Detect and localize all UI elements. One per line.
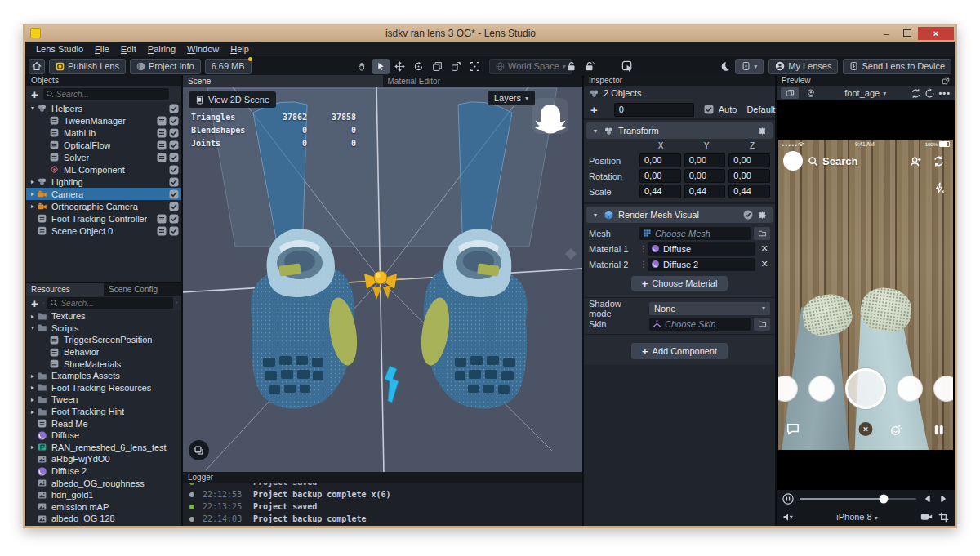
step-forward-icon[interactable]: [938, 494, 949, 504]
tree-item-albedo-og-128[interactable]: albedo_OG 128: [26, 513, 181, 525]
transform-section-header[interactable]: ▾ Transform: [586, 122, 773, 139]
enabled-checkbox[interactable]: [169, 128, 179, 138]
add-resource-button[interactable]: +: [29, 297, 40, 309]
tree-item-foot-tracking-resources[interactable]: ▸Foot Tracking Resources: [26, 382, 181, 394]
rotate-tool-button[interactable]: [410, 59, 427, 74]
transform-tool-button[interactable]: [448, 59, 465, 74]
tree-item-hdri-gold1[interactable]: hdri_gold1: [26, 489, 181, 501]
lens-carousel-item[interactable]: [808, 376, 835, 402]
resources-search-input[interactable]: [47, 297, 173, 309]
chevron-down-icon[interactable]: ▾: [29, 324, 37, 331]
drag-handle-icon[interactable]: ⋮: [639, 260, 644, 269]
tree-item-foot-tracking-hint[interactable]: ▸Foot Tracking Hint: [26, 406, 181, 418]
enabled-checkbox[interactable]: [169, 153, 179, 162]
scan-smile-icon[interactable]: [889, 423, 902, 437]
enabled-checkbox[interactable]: [169, 165, 179, 175]
tree-item-mathlib[interactable]: MathLib: [26, 127, 181, 139]
step-back-icon[interactable]: [922, 494, 933, 504]
drag-handle-icon[interactable]: ⋮: [639, 244, 644, 253]
enabled-checkbox[interactable]: [169, 189, 179, 199]
reset-preview-icon[interactable]: [924, 88, 935, 99]
tab-resources[interactable]: Resources: [26, 283, 104, 296]
gear-icon[interactable]: [757, 210, 768, 220]
shutter-button[interactable]: [845, 368, 886, 409]
send-to-device-button[interactable]: Send Lens to Device: [843, 59, 951, 74]
minimize-button[interactable]: –: [875, 27, 897, 39]
tree-item-diffuse-2[interactable]: Diffuse 2: [26, 465, 181, 478]
record-video-icon[interactable]: [920, 512, 933, 522]
scale-x-input[interactable]: 0,44: [639, 185, 681, 198]
lens-selector-dropdown[interactable]: foot_age ▾: [844, 88, 886, 98]
skin-browse-button[interactable]: [754, 318, 770, 331]
skin-field[interactable]: Choose Skin: [649, 318, 751, 331]
chevron-right-icon[interactable]: ▸: [29, 372, 37, 380]
rotation-x-input[interactable]: 0,00: [639, 169, 681, 183]
scale-y-input[interactable]: 0,44: [684, 185, 726, 198]
tree-item-helpers[interactable]: ▾Helpers: [26, 102, 181, 114]
viewport-2d-toggle-button[interactable]: [189, 440, 209, 460]
menu-item-lens-studio[interactable]: Lens Studio: [30, 44, 89, 54]
tree-item-triggerscreenposition[interactable]: TriggerScreenPosition: [26, 334, 181, 346]
tree-item-foot-tracking-controller[interactable]: Foot Tracking Controller: [26, 212, 181, 225]
chevron-down-icon[interactable]: ▾: [29, 105, 37, 112]
rotation-y-input[interactable]: 0,00: [684, 169, 726, 183]
popout-icon[interactable]: [942, 77, 950, 85]
profile-avatar[interactable]: [783, 151, 803, 171]
tree-item-albedo-og-roughness[interactable]: albedo_OG_roughness: [26, 477, 181, 489]
tree-item-emission-map[interactable]: emission mAP: [26, 501, 181, 514]
flip-camera-icon[interactable]: [933, 155, 945, 167]
render-mesh-visual-header[interactable]: ▾ Render Mesh Visual: [586, 207, 773, 223]
shadow-mode-dropdown[interactable]: None ▾: [649, 302, 770, 315]
enabled-checkbox[interactable]: [169, 177, 179, 187]
project-info-button[interactable]: Project Info: [130, 59, 201, 74]
frame-tool-button[interactable]: [466, 59, 483, 74]
mute-icon[interactable]: [782, 512, 794, 523]
tab-scene-config[interactable]: Scene Config: [104, 283, 181, 296]
add-friend-icon[interactable]: [909, 156, 922, 167]
position-y-input[interactable]: 0,00: [684, 153, 726, 167]
menu-item-pairing[interactable]: Pairing: [142, 44, 181, 54]
enabled-checkbox[interactable]: [169, 104, 179, 113]
preview-canvas[interactable]: ●●●●● 9:41 AM 100% Search: [777, 100, 955, 490]
gear-icon[interactable]: [757, 126, 768, 136]
close-button[interactable]: ×: [918, 27, 954, 40]
screenshot-crop-icon[interactable]: [938, 512, 949, 523]
material1-remove-button[interactable]: ✕: [759, 243, 770, 254]
lens-carousel-item[interactable]: [933, 376, 953, 402]
tree-item-opticalflow[interactable]: OpticalFlow: [26, 139, 181, 151]
pause-button-icon[interactable]: [782, 493, 794, 505]
home-button[interactable]: [29, 59, 45, 74]
rotation-z-input[interactable]: 0,00: [728, 169, 770, 183]
titlebar[interactable]: isdkv ran lens 3 OG* - Lens Studio – ×: [25, 24, 955, 42]
menu-item-window[interactable]: Window: [181, 44, 225, 54]
chat-icon[interactable]: [786, 423, 800, 435]
auto-checkbox[interactable]: [704, 105, 714, 114]
chevron-right-icon[interactable]: ▸: [29, 178, 37, 185]
position-z-input[interactable]: 0,00: [728, 153, 770, 167]
tree-item-read-me[interactable]: Read Me: [26, 417, 181, 429]
render-order-input[interactable]: [614, 103, 694, 117]
material2-field[interactable]: Diffuse 2: [648, 258, 755, 271]
chevron-right-icon[interactable]: ▸: [29, 202, 37, 210]
publish-lens-button[interactable]: Publish Lens: [49, 59, 126, 74]
tree-item-orthographic-camera[interactable]: ▸Orthographic Camera: [26, 200, 181, 212]
add-component-plus-button[interactable]: +: [589, 104, 599, 116]
tab-material-editor[interactable]: Material Editor: [383, 75, 583, 87]
enabled-checkbox[interactable]: [169, 116, 179, 126]
add-component-button[interactable]: + Add Component: [631, 343, 728, 359]
enabled-checkbox[interactable]: [169, 140, 179, 150]
device-preview-dropdown[interactable]: ▾: [735, 59, 764, 74]
tree-item-scene-object-0[interactable]: Scene Object 0: [26, 225, 181, 237]
menu-item-help[interactable]: Help: [225, 44, 255, 54]
lens-carousel-item[interactable]: [778, 376, 798, 402]
tree-item-examples-assets[interactable]: ▸Examples Assets: [26, 370, 181, 382]
menu-item-file[interactable]: File: [89, 44, 115, 54]
tree-item-lighting[interactable]: ▸Lighting: [26, 176, 181, 188]
device-selector-dropdown[interactable]: iPhone 8 ▾: [800, 512, 915, 522]
tree-item-ml-component[interactable]: ML Component: [26, 163, 181, 176]
tree-item-tweenmanager[interactable]: TweenManager: [26, 114, 181, 127]
component-enabled-checkbox[interactable]: [743, 210, 753, 220]
slider-knob[interactable]: [879, 495, 888, 504]
material2-remove-button[interactable]: ✕: [759, 259, 770, 269]
chevron-right-icon[interactable]: ▸: [29, 408, 37, 416]
